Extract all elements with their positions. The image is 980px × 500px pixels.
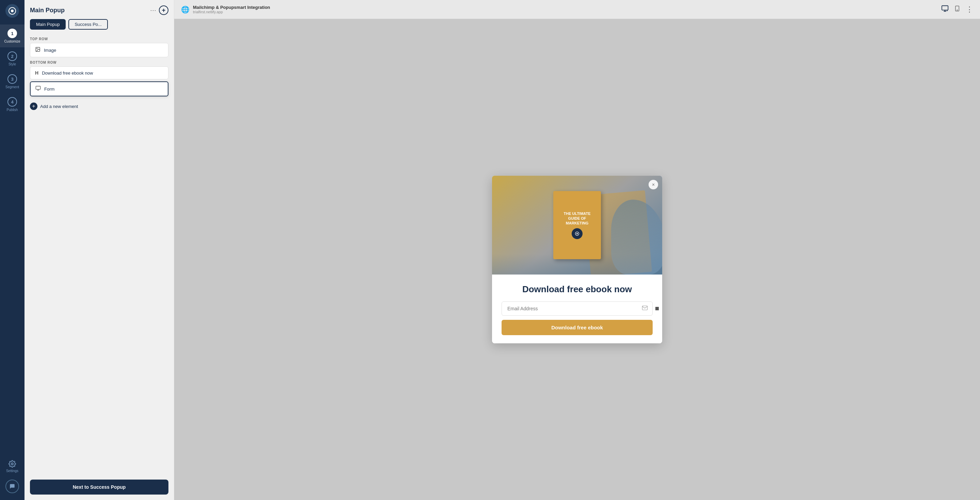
globe-icon: 🌐 [181, 5, 189, 14]
panel-title: Main Popup [30, 7, 147, 14]
panel-menu-icon[interactable]: ⋯ [150, 6, 156, 14]
popup-content-section: Download free ebook now Download free eb… [492, 275, 662, 343]
tab-main-popup[interactable]: Main Popup [30, 19, 66, 30]
settings-dot [655, 307, 659, 310]
settings-label: Settings [6, 469, 18, 473]
sidebar-step-publish[interactable]: 4 Publish [0, 93, 24, 116]
svg-point-11 [945, 11, 945, 11]
step-label-publish: Publish [7, 108, 18, 112]
bottom-row-label: BOTTOM ROW [30, 61, 169, 64]
email-icon [642, 305, 648, 312]
heading-icon: H [35, 70, 38, 76]
mobile-view-button[interactable] [954, 5, 960, 14]
app-logo[interactable] [5, 4, 19, 18]
svg-point-15 [957, 10, 958, 11]
element-image[interactable]: Image [30, 43, 169, 57]
popup-image-placeholder: THE ULTIMATE GUIDE OF MARKETING [492, 176, 662, 275]
sidebar-step-segment[interactable]: 3 Segment [0, 70, 24, 93]
step-num-3: 3 [8, 74, 17, 84]
element-heading-label: Download free ebook now [42, 70, 93, 76]
book-cover-title: THE ULTIMATE GUIDE OF MARKETING [559, 211, 595, 226]
svg-point-2 [11, 463, 13, 465]
download-button-row: Download free ebook [501, 320, 653, 335]
site-url: trialfirst.netlify.app [193, 10, 270, 14]
popup-image-section: THE ULTIMATE GUIDE OF MARKETING [492, 176, 662, 275]
email-input[interactable] [501, 302, 653, 316]
step-label-customize: Customize [4, 40, 20, 43]
tab-success-popup[interactable]: Success Po... [68, 19, 108, 30]
panel-tabs: Main Popup Success Po... [24, 15, 174, 34]
device-buttons: ⋮ [941, 5, 973, 14]
top-row-label: TOP ROW [30, 37, 169, 41]
svg-rect-8 [942, 6, 948, 10]
panel-add-button[interactable]: + [159, 5, 169, 15]
book-logo [572, 228, 582, 239]
image-icon [35, 47, 40, 53]
add-element-label: Add a new element [40, 104, 78, 109]
panel-header: Main Popup ⋯ + [24, 0, 174, 15]
sidebar-settings[interactable]: Settings [0, 456, 24, 477]
sidebar-nav: 1 Customize 2 Style 3 Segment 4 Publish … [0, 0, 24, 500]
form-icon [35, 85, 41, 92]
book-cover: THE ULTIMATE GUIDE OF MARKETING [553, 191, 601, 259]
preview-area: 🌐 Mailchimp & Popupsmart Integration tri… [174, 0, 980, 500]
element-heading[interactable]: H Download free ebook now [30, 66, 169, 79]
popup-container: THE ULTIMATE GUIDE OF MARKETING [492, 176, 662, 343]
sidebar-step-style[interactable]: 2 Style [0, 47, 24, 70]
element-form-label: Form [44, 86, 54, 92]
svg-rect-5 [36, 86, 40, 89]
more-options-button[interactable]: ⋮ [966, 5, 973, 14]
element-form[interactable]: Form [30, 81, 169, 96]
svg-point-4 [37, 48, 37, 49]
step-label-segment: Segment [5, 85, 19, 89]
customize-panel: Main Popup ⋯ + Main Popup Success Po... … [24, 0, 174, 500]
step-num-4: 4 [8, 97, 17, 107]
panel-content: TOP ROW Image BOTTOM ROW H Download free… [24, 34, 174, 474]
sidebar-step-customize[interactable]: 1 Customize [0, 24, 24, 47]
site-name: Mailchimp & Popupsmart Integration [193, 5, 270, 10]
svg-point-17 [576, 233, 578, 234]
preview-canvas: THE ULTIMATE GUIDE OF MARKETING [174, 19, 980, 500]
step-label-style: Style [8, 62, 16, 66]
element-image-label: Image [44, 48, 56, 53]
step-num-2: 2 [8, 51, 17, 61]
preview-toolbar: 🌐 Mailchimp & Popupsmart Integration tri… [174, 0, 980, 19]
email-input-row [501, 302, 653, 316]
site-info: 🌐 Mailchimp & Popupsmart Integration tri… [181, 5, 270, 14]
add-element-button[interactable]: + Add a new element [30, 98, 169, 114]
svg-point-12 [947, 11, 947, 11]
add-element-plus-icon: + [30, 102, 37, 110]
chat-button[interactable] [5, 479, 19, 493]
panel-footer: Next to Success Popup [24, 474, 174, 500]
svg-point-1 [11, 10, 14, 12]
popup-download-button[interactable]: Download free ebook [501, 320, 653, 335]
desktop-view-button[interactable] [941, 5, 949, 14]
next-to-success-popup-button[interactable]: Next to Success Popup [30, 479, 169, 495]
popup-title: Download free ebook now [501, 284, 653, 295]
step-num-1: 1 [8, 29, 17, 38]
